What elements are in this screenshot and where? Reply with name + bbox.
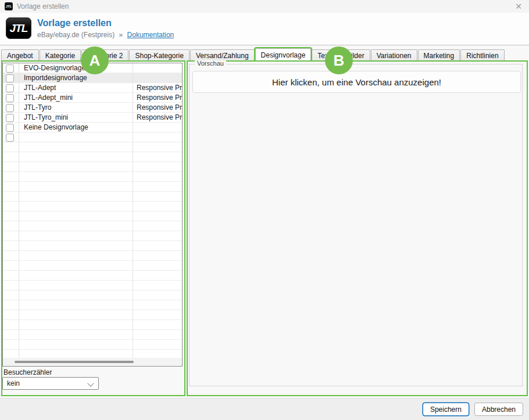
template-info: [133, 330, 182, 339]
content-area: EVO-DesignvorlageImportdesignvorlageJTL-…: [0, 60, 529, 398]
empty-row: [3, 172, 182, 182]
empty-row: [3, 142, 182, 152]
page-title: Vorlage erstellen: [37, 18, 112, 28]
template-row[interactable]: [3, 132, 182, 142]
template-info: [133, 192, 182, 201]
empty-row: [3, 211, 182, 221]
template-name: [19, 241, 133, 250]
row-checkbox[interactable]: [6, 74, 14, 82]
cancel-button[interactable]: Abbrechen: [474, 403, 523, 416]
empty-row: [3, 281, 182, 290]
template-info: [133, 300, 182, 310]
template-rows: EVO-DesignvorlageImportdesignvorlageJTL-…: [3, 63, 182, 358]
template-name: [19, 192, 133, 201]
breadcrumb-separator: »: [119, 31, 123, 39]
template-name: [19, 162, 133, 171]
row-checkbox[interactable]: [6, 114, 14, 122]
checkbox-cell: [3, 300, 19, 310]
checkbox-cell: [3, 221, 19, 231]
template-info: [133, 211, 182, 221]
annotation-region-a: EVO-DesignvorlageImportdesignvorlageJTL-…: [1, 60, 185, 396]
row-checkbox[interactable]: [6, 94, 14, 102]
checkbox-cell: [3, 271, 19, 280]
tab-angebot[interactable]: Angebot: [1, 49, 39, 60]
row-checkbox[interactable]: [6, 64, 14, 73]
checkbox-cell: [3, 281, 19, 290]
template-name: Importdesignvorlage: [19, 73, 133, 82]
design-template-list[interactable]: EVO-DesignvorlageImportdesignvorlageJTL-…: [2, 63, 183, 367]
checkbox-cell: [3, 261, 19, 270]
checkbox-cell: [3, 350, 19, 358]
visitor-counter-select[interactable]: kein: [2, 377, 99, 390]
save-button[interactable]: Speichern: [423, 403, 469, 416]
empty-row: [3, 350, 182, 358]
template-row[interactable]: Importdesignvorlage: [3, 73, 182, 83]
visitor-counter-value: kein: [7, 379, 20, 387]
template-info: [133, 320, 182, 329]
template-name: [19, 300, 133, 310]
template-row[interactable]: JTL-Adept_miniResponsive Prem: [3, 93, 182, 103]
close-icon[interactable]: ✕: [515, 1, 522, 12]
tab-richtlinien[interactable]: Richtlinien: [460, 49, 504, 60]
checkbox-cell: [3, 182, 19, 191]
tab-kategorie[interactable]: Kategorie: [40, 49, 81, 60]
template-name: [19, 231, 133, 240]
visitor-counter-label: Besucherzähler: [3, 368, 52, 376]
checkbox-cell: [3, 113, 19, 122]
row-checkbox[interactable]: [6, 124, 14, 132]
empty-row: [3, 202, 182, 211]
documentation-link[interactable]: Dokumentation: [127, 31, 174, 39]
horizontal-scrollbar[interactable]: [3, 358, 182, 366]
template-info: [133, 162, 182, 171]
row-checkbox[interactable]: [6, 104, 14, 112]
tab-marketing[interactable]: Marketing: [418, 49, 460, 60]
template-name: [19, 261, 133, 270]
template-info: [133, 152, 182, 161]
template-info: Responsive Prem: [133, 93, 182, 102]
checkbox-cell: [3, 330, 19, 339]
annotation-region-b: Vorschau Hier klicken, um eine Vorschau …: [187, 60, 528, 396]
template-name: [19, 221, 133, 231]
tab-versand-zahlung[interactable]: Versand/Zahlung: [190, 49, 255, 60]
annotation-badge-b: B: [325, 46, 353, 74]
template-info: Responsive Prem: [133, 83, 182, 92]
template-name: JTL-Adept: [19, 83, 133, 92]
template-info: [133, 182, 182, 191]
template-name: [19, 202, 133, 211]
template-name: [19, 251, 133, 260]
template-name: Keine Designvorlage: [19, 123, 133, 132]
empty-row: [3, 320, 182, 330]
template-name: [19, 211, 133, 221]
checkbox-cell: [3, 231, 19, 240]
template-name: JTL-Tyro: [19, 103, 133, 112]
checkbox-cell: [3, 310, 19, 320]
checkbox-cell: [3, 83, 19, 92]
row-checkbox[interactable]: [6, 134, 14, 142]
breadcrumb-context: eBay/ebay.de (Festpreis): [37, 31, 115, 39]
empty-row: [3, 300, 182, 310]
template-row[interactable]: JTL-TyroResponsive Prem: [3, 103, 182, 113]
empty-row: [3, 221, 182, 231]
dialog-vorlage-erstellen: JTL Vorlage erstellen ✕ JTL Vorlage erst…: [0, 0, 529, 420]
empty-row: [3, 330, 182, 340]
breadcrumb: eBay/ebay.de (Festpreis) » Dokumentation: [37, 31, 174, 39]
checkbox-cell: [3, 202, 19, 211]
template-name: [19, 142, 133, 152]
template-name: [19, 281, 133, 290]
preview-banner-button[interactable]: Hier klicken, um eine Vorschau anzuzeige…: [192, 71, 521, 93]
template-name: [19, 320, 133, 329]
row-checkbox[interactable]: [6, 84, 14, 92]
checkbox-cell: [3, 251, 19, 260]
tab-shop-kategorie[interactable]: Shop-Kategorie: [129, 49, 189, 60]
footer-bar: Speichern Abbrechen: [0, 398, 529, 420]
preview-group-label: Vorschau: [195, 60, 226, 67]
template-row[interactable]: Keine Designvorlage: [3, 123, 182, 132]
tab-variationen[interactable]: Variationen: [371, 49, 417, 60]
checkbox-cell: [3, 132, 19, 142]
scrollbar-thumb[interactable]: [15, 361, 134, 363]
tab-designvorlage[interactable]: Designvorlage: [255, 48, 312, 60]
checkbox-cell: [3, 142, 19, 152]
empty-row: [3, 182, 182, 192]
template-row[interactable]: JTL-AdeptResponsive Prem: [3, 83, 182, 93]
template-row[interactable]: JTL-Tyro_miniResponsive Prem: [3, 113, 182, 123]
